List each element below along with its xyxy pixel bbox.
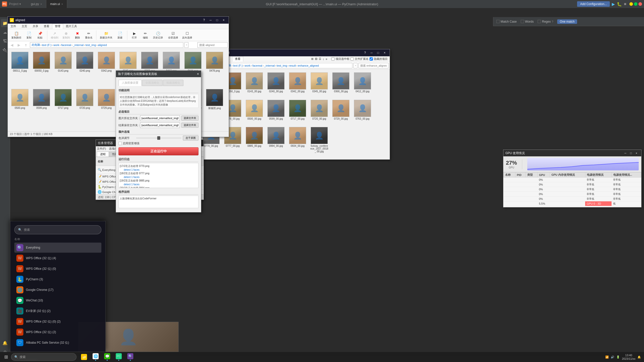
- file-item[interactable]: 👤0720_00.jpg: [309, 99, 329, 125]
- result-view-small[interactable]: ☰: [319, 57, 321, 61]
- result-dropdown-btn[interactable]: ▾: [353, 63, 357, 68]
- denoise-checkbox[interactable]: [118, 142, 122, 145]
- result-group[interactable]: ≡: [326, 58, 327, 61]
- regex-checkbox[interactable]: [538, 20, 541, 23]
- dialog-tab-full[interactable]: 全图清晰化: [142, 80, 163, 86]
- tab-main-ui[interactable]: main.ui ×: [46, 0, 67, 8]
- paste-btn[interactable]: 📌 粘贴: [35, 30, 45, 40]
- input-folder-field[interactable]: [140, 115, 180, 121]
- ribbon-tab-home[interactable]: 主页: [19, 24, 30, 29]
- gpu-col-power1[interactable]: 电源使用情况: [585, 172, 612, 177]
- start-button[interactable]: ⊞: [1, 352, 11, 362]
- gpu-row[interactable]: 0% 非常低 非常低: [504, 187, 641, 192]
- ribbon-tab-file[interactable]: 文件: [8, 24, 19, 29]
- dropdown-btn[interactable]: ▾: [184, 42, 188, 48]
- file-item[interactable]: 👤0342.png: [96, 51, 116, 86]
- ribbon-tab-view[interactable]: 查看: [41, 24, 52, 29]
- min-btn-aligned[interactable]: ─: [208, 18, 214, 23]
- addr-internal[interactable]: _internal: [73, 43, 84, 47]
- edit-btn[interactable]: ✏ 编辑: [140, 30, 150, 40]
- run-button[interactable]: ▶: [612, 2, 615, 7]
- brightness-slider[interactable]: [136, 138, 181, 139]
- history-btn[interactable]: 🕐 历史记录: [151, 30, 165, 40]
- gpu-max-btn[interactable]: □: [628, 151, 634, 155]
- taskbar-app-chrome[interactable]: 🌐: [90, 352, 101, 362]
- result-view-large[interactable]: ⊞: [311, 57, 313, 61]
- result-tab-view[interactable]: 查看: [232, 56, 243, 62]
- file-item[interactable]: 👤0717_00.jpg: [288, 99, 308, 125]
- rename-btn[interactable]: ✏ 重命名: [84, 30, 94, 40]
- gpu-col-mem[interactable]: GPU 内存使用情况: [550, 172, 585, 177]
- close-tab-main[interactable]: ×: [61, 3, 63, 6]
- close-button[interactable]: [638, 2, 642, 6]
- new-item-btn[interactable]: 📄 新建: [115, 30, 125, 40]
- delete-btn[interactable]: ✖ 删除: [72, 30, 83, 40]
- file-item[interactable]: 👤0717.png: [53, 88, 73, 129]
- result-help-btn[interactable]: ?: [362, 50, 368, 55]
- dialog-tab-video[interactable]: 视频清晰化: [163, 80, 183, 86]
- result-address-bar[interactable]: 此电脑 › text (F:) › work › facereal › _int…: [221, 63, 352, 68]
- gpu-col-gpu[interactable]: GPU: [537, 172, 550, 177]
- gpu-row[interactable]: 0% 非常低 非常低: [504, 177, 641, 182]
- file-item[interactable]: 👤0478.png: [205, 51, 225, 86]
- result-max-btn[interactable]: □: [375, 50, 381, 55]
- tm-tab-processes[interactable]: 进程: [97, 152, 109, 157]
- maximize-button[interactable]: [634, 2, 637, 6]
- result-view-medium[interactable]: ⊡: [315, 57, 317, 61]
- file-item[interactable]: 👤0500.png: [10, 88, 30, 129]
- file-item[interactable]: 👤0412_00.jpg: [352, 71, 373, 97]
- file-item[interactable]: 👤0500_00.jpg: [244, 99, 264, 125]
- max-btn-aligned[interactable]: □: [214, 18, 220, 23]
- run-button-dialog[interactable]: 正在运行中: [118, 147, 198, 155]
- start-app-item[interactable]: W WPS Office (32 位) (0): [14, 264, 101, 274]
- gpu-col-name[interactable]: 名称: [504, 172, 515, 177]
- help-btn-aligned[interactable]: ?: [201, 18, 207, 23]
- move-btn[interactable]: ↗ 移动到: [49, 30, 60, 40]
- match-case-option[interactable]: Match Case: [496, 20, 517, 23]
- result-search-input[interactable]: [358, 63, 389, 68]
- start-app-item[interactable]: 🛡 Alibaba PC Safe Service (32 位): [14, 338, 101, 348]
- addr-facereal[interactable]: facereal: [61, 43, 71, 47]
- file-item[interactable]: 👤0240_00.jpg: [266, 71, 286, 97]
- select-output-folder-btn[interactable]: 选择文件夹: [181, 123, 198, 128]
- gpu-row[interactable]: 5.5% GPU 0 - 3D 低: [504, 201, 641, 206]
- project-menu[interactable]: Project ▾: [9, 2, 21, 6]
- taskbar-app-everything[interactable]: 🔍: [125, 352, 136, 362]
- up-btn[interactable]: ↑: [23, 42, 29, 48]
- dialog-tab-face[interactable]: 人脸图像设置: [118, 80, 142, 86]
- address-bar-aligned[interactable]: 此电脑 › text (F:) › work › facereal › _int…: [30, 42, 183, 48]
- addr-testimg[interactable]: test_img: [86, 43, 96, 47]
- add-config-button[interactable]: Add Configuration...: [577, 1, 610, 7]
- notification-icon[interactable]: 🔔: [637, 355, 641, 359]
- result-checkbox-ext[interactable]: [350, 57, 354, 61]
- taskbar-app-wechat[interactable]: 💬: [102, 352, 113, 362]
- tab-gui-py[interactable]: gui.py ×: [27, 0, 46, 8]
- addr-work[interactable]: work: [53, 43, 59, 47]
- select-all-btn[interactable]: ☑ 全部选择: [167, 30, 180, 40]
- back-btn[interactable]: ◀: [9, 42, 15, 48]
- stop-button[interactable]: ■: [624, 2, 626, 6]
- addr-computer[interactable]: 此电脑: [32, 43, 40, 47]
- file-item[interactable]: 👤0599.png: [31, 88, 52, 129]
- copy-to-btn[interactable]: ⊕ 复制到: [61, 30, 71, 40]
- start-search-box[interactable]: 🔍 搜索: [14, 225, 101, 234]
- file-item[interactable]: 👤00011_0.jpg: [10, 51, 30, 86]
- gpu-row[interactable]: 0% 非常低 非常低: [504, 197, 641, 201]
- gpu-min-btn[interactable]: ─: [623, 151, 628, 155]
- gpu-col-type[interactable]: 类型: [526, 172, 538, 177]
- file-item[interactable]: 👤0345_00.jpg: [309, 71, 329, 97]
- file-item[interactable]: 👤0143.png: [53, 51, 73, 86]
- forward-btn[interactable]: ▶: [16, 42, 22, 48]
- start-app-item[interactable]: W WPS Office (32 位) (0) (2): [14, 316, 101, 327]
- file-item[interactable]: 👤00050_0.jpg: [31, 51, 52, 86]
- start-app-item[interactable]: 💬 WeChat (10): [14, 295, 101, 305]
- new-folder-btn[interactable]: 📁 新建文件夹: [98, 30, 114, 40]
- start-app-item[interactable]: 🌐 Google Chrome (17): [14, 285, 101, 295]
- file-item[interactable]: 👤0240.png: [75, 51, 95, 86]
- gpu-col-power2[interactable]: 电源使用情况...: [612, 172, 641, 177]
- search-input-aligned[interactable]: [197, 42, 228, 48]
- file-item[interactable]: 👤0729_00.jpg: [331, 99, 351, 125]
- copy-btn[interactable]: 📄 复制: [24, 30, 34, 40]
- result-sort[interactable]: ↕: [323, 58, 324, 61]
- select-input-folder-btn[interactable]: 选择文件夹: [181, 116, 198, 121]
